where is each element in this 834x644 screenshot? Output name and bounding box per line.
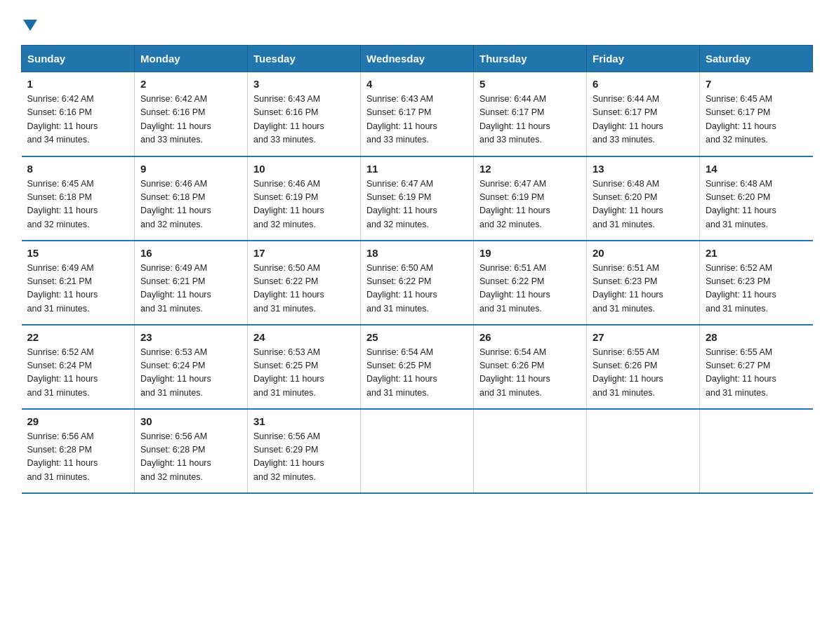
calendar-cell: 6 Sunrise: 6:44 AM Sunset: 6:17 PM Dayli…	[587, 72, 700, 156]
day-number: 5	[479, 78, 581, 90]
day-info: Sunrise: 6:43 AM Sunset: 6:16 PM Dayligh…	[253, 93, 355, 147]
calendar-cell: 18 Sunrise: 6:50 AM Sunset: 6:22 PM Dayl…	[361, 241, 474, 325]
calendar-cell: 1 Sunrise: 6:42 AM Sunset: 6:16 PM Dayli…	[22, 72, 135, 156]
calendar-cell: 30 Sunrise: 6:56 AM Sunset: 6:28 PM Dayl…	[135, 409, 248, 493]
day-number: 24	[253, 331, 355, 343]
calendar-cell: 23 Sunrise: 6:53 AM Sunset: 6:24 PM Dayl…	[135, 325, 248, 409]
day-number: 15	[27, 247, 129, 259]
day-number: 29	[27, 415, 129, 427]
weekday-header-sunday: Sunday	[22, 46, 135, 72]
day-number: 10	[253, 163, 355, 175]
calendar-cell: 9 Sunrise: 6:46 AM Sunset: 6:18 PM Dayli…	[135, 156, 248, 241]
calendar-cell: 17 Sunrise: 6:50 AM Sunset: 6:22 PM Dayl…	[248, 241, 361, 325]
calendar-cell: 14 Sunrise: 6:48 AM Sunset: 6:20 PM Dayl…	[700, 156, 813, 241]
calendar-cell: 26 Sunrise: 6:54 AM Sunset: 6:26 PM Dayl…	[474, 325, 587, 409]
day-info: Sunrise: 6:52 AM Sunset: 6:24 PM Dayligh…	[27, 346, 129, 401]
day-number: 2	[140, 78, 241, 90]
calendar-cell: 21 Sunrise: 6:52 AM Sunset: 6:23 PM Dayl…	[700, 241, 813, 325]
calendar-cell: 28 Sunrise: 6:55 AM Sunset: 6:27 PM Dayl…	[700, 325, 813, 409]
day-number: 4	[366, 78, 468, 90]
logo	[21, 14, 39, 31]
day-number: 14	[706, 163, 807, 175]
calendar-cell: 12 Sunrise: 6:47 AM Sunset: 6:19 PM Dayl…	[474, 156, 587, 241]
day-info: Sunrise: 6:46 AM Sunset: 6:19 PM Dayligh…	[253, 177, 355, 232]
day-info: Sunrise: 6:54 AM Sunset: 6:26 PM Dayligh…	[479, 346, 581, 401]
calendar-cell: 10 Sunrise: 6:46 AM Sunset: 6:19 PM Dayl…	[248, 156, 361, 241]
day-number: 26	[479, 331, 581, 343]
weekday-header-saturday: Saturday	[700, 46, 813, 72]
day-number: 6	[593, 78, 694, 90]
day-number: 31	[253, 415, 355, 427]
calendar-cell	[474, 409, 587, 493]
logo-triangle-icon	[23, 20, 37, 31]
calendar-cell: 2 Sunrise: 6:42 AM Sunset: 6:16 PM Dayli…	[135, 72, 248, 156]
day-number: 13	[593, 163, 694, 175]
day-info: Sunrise: 6:56 AM Sunset: 6:29 PM Dayligh…	[253, 430, 355, 485]
day-info: Sunrise: 6:50 AM Sunset: 6:22 PM Dayligh…	[253, 262, 355, 316]
day-number: 19	[479, 247, 581, 259]
day-info: Sunrise: 6:49 AM Sunset: 6:21 PM Dayligh…	[27, 262, 129, 316]
day-info: Sunrise: 6:43 AM Sunset: 6:17 PM Dayligh…	[366, 93, 468, 147]
day-number: 25	[366, 331, 468, 343]
day-info: Sunrise: 6:44 AM Sunset: 6:17 PM Dayligh…	[479, 93, 581, 147]
calendar-cell: 11 Sunrise: 6:47 AM Sunset: 6:19 PM Dayl…	[361, 156, 474, 241]
calendar-cell: 7 Sunrise: 6:45 AM Sunset: 6:17 PM Dayli…	[700, 72, 813, 156]
day-number: 30	[140, 415, 241, 427]
calendar-week-row: 8 Sunrise: 6:45 AM Sunset: 6:18 PM Dayli…	[22, 156, 813, 241]
day-number: 3	[253, 78, 355, 90]
weekday-header-row: SundayMondayTuesdayWednesdayThursdayFrid…	[22, 46, 813, 72]
calendar-week-row: 15 Sunrise: 6:49 AM Sunset: 6:21 PM Dayl…	[22, 241, 813, 325]
calendar-cell: 15 Sunrise: 6:49 AM Sunset: 6:21 PM Dayl…	[22, 241, 135, 325]
calendar-cell: 5 Sunrise: 6:44 AM Sunset: 6:17 PM Dayli…	[474, 72, 587, 156]
day-info: Sunrise: 6:51 AM Sunset: 6:22 PM Dayligh…	[479, 262, 581, 316]
day-number: 1	[27, 78, 129, 90]
day-info: Sunrise: 6:56 AM Sunset: 6:28 PM Dayligh…	[27, 430, 129, 485]
day-number: 28	[706, 331, 807, 343]
page-header	[21, 14, 813, 31]
day-number: 18	[366, 247, 468, 259]
calendar-week-row: 22 Sunrise: 6:52 AM Sunset: 6:24 PM Dayl…	[22, 325, 813, 409]
day-number: 11	[366, 163, 468, 175]
calendar-table: SundayMondayTuesdayWednesdayThursdayFrid…	[21, 45, 813, 494]
day-number: 23	[140, 331, 241, 343]
day-number: 20	[593, 247, 694, 259]
weekday-header-friday: Friday	[587, 46, 700, 72]
day-info: Sunrise: 6:42 AM Sunset: 6:16 PM Dayligh…	[27, 93, 129, 147]
day-info: Sunrise: 6:47 AM Sunset: 6:19 PM Dayligh…	[479, 177, 581, 232]
day-info: Sunrise: 6:47 AM Sunset: 6:19 PM Dayligh…	[366, 177, 468, 232]
day-info: Sunrise: 6:48 AM Sunset: 6:20 PM Dayligh…	[593, 177, 694, 232]
weekday-header-wednesday: Wednesday	[361, 46, 474, 72]
calendar-cell: 16 Sunrise: 6:49 AM Sunset: 6:21 PM Dayl…	[135, 241, 248, 325]
weekday-header-thursday: Thursday	[474, 46, 587, 72]
day-number: 16	[140, 247, 241, 259]
day-info: Sunrise: 6:51 AM Sunset: 6:23 PM Dayligh…	[593, 262, 694, 316]
day-info: Sunrise: 6:45 AM Sunset: 6:18 PM Dayligh…	[27, 177, 129, 232]
day-number: 27	[593, 331, 694, 343]
day-info: Sunrise: 6:48 AM Sunset: 6:20 PM Dayligh…	[706, 177, 807, 232]
calendar-week-row: 1 Sunrise: 6:42 AM Sunset: 6:16 PM Dayli…	[22, 72, 813, 156]
day-info: Sunrise: 6:55 AM Sunset: 6:26 PM Dayligh…	[593, 346, 694, 401]
calendar-cell: 4 Sunrise: 6:43 AM Sunset: 6:17 PM Dayli…	[361, 72, 474, 156]
day-info: Sunrise: 6:45 AM Sunset: 6:17 PM Dayligh…	[706, 93, 807, 147]
calendar-cell: 22 Sunrise: 6:52 AM Sunset: 6:24 PM Dayl…	[22, 325, 135, 409]
calendar-cell: 25 Sunrise: 6:54 AM Sunset: 6:25 PM Dayl…	[361, 325, 474, 409]
day-number: 8	[27, 163, 129, 175]
day-info: Sunrise: 6:54 AM Sunset: 6:25 PM Dayligh…	[366, 346, 468, 401]
calendar-week-row: 29 Sunrise: 6:56 AM Sunset: 6:28 PM Dayl…	[22, 409, 813, 493]
calendar-cell	[587, 409, 700, 493]
calendar-cell: 31 Sunrise: 6:56 AM Sunset: 6:29 PM Dayl…	[248, 409, 361, 493]
day-info: Sunrise: 6:53 AM Sunset: 6:24 PM Dayligh…	[140, 346, 241, 401]
day-info: Sunrise: 6:56 AM Sunset: 6:28 PM Dayligh…	[140, 430, 241, 485]
day-info: Sunrise: 6:46 AM Sunset: 6:18 PM Dayligh…	[140, 177, 241, 232]
calendar-cell: 20 Sunrise: 6:51 AM Sunset: 6:23 PM Dayl…	[587, 241, 700, 325]
day-number: 9	[140, 163, 241, 175]
day-number: 12	[479, 163, 581, 175]
day-number: 21	[706, 247, 807, 259]
day-info: Sunrise: 6:49 AM Sunset: 6:21 PM Dayligh…	[140, 262, 241, 316]
day-info: Sunrise: 6:55 AM Sunset: 6:27 PM Dayligh…	[706, 346, 807, 401]
calendar-cell: 27 Sunrise: 6:55 AM Sunset: 6:26 PM Dayl…	[587, 325, 700, 409]
day-number: 22	[27, 331, 129, 343]
calendar-cell: 13 Sunrise: 6:48 AM Sunset: 6:20 PM Dayl…	[587, 156, 700, 241]
day-info: Sunrise: 6:42 AM Sunset: 6:16 PM Dayligh…	[140, 93, 241, 147]
calendar-cell: 29 Sunrise: 6:56 AM Sunset: 6:28 PM Dayl…	[22, 409, 135, 493]
